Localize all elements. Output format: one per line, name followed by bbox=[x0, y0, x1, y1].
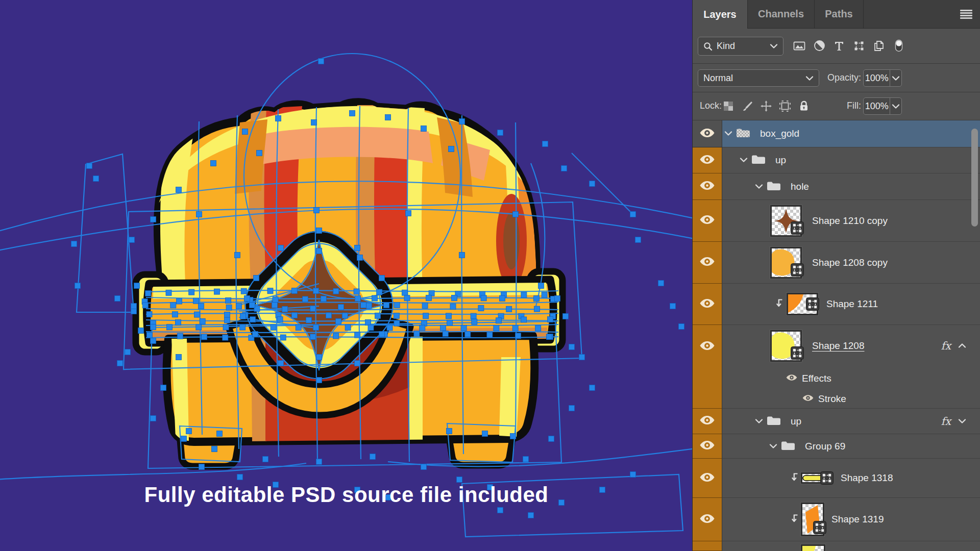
visibility-cell[interactable] bbox=[693, 284, 722, 325]
layer-row-shape-1208[interactable]: Shape 1208 fx bbox=[722, 325, 980, 367]
visibility-cell[interactable] bbox=[693, 120, 722, 147]
collapse-effects-chevron-icon[interactable] bbox=[958, 341, 966, 350]
expand-chevron-icon[interactable] bbox=[755, 182, 763, 191]
panel-tab-bar: Layers Channels Paths bbox=[693, 0, 980, 29]
group-folder-icon bbox=[751, 153, 766, 167]
layer-row-shape-1319[interactable]: Shape 1319 bbox=[722, 498, 980, 541]
eye-icon[interactable] bbox=[699, 256, 715, 269]
panel-scrollbar-thumb[interactable] bbox=[971, 129, 978, 227]
expand-chevron-icon[interactable] bbox=[755, 417, 763, 426]
visibility-cell[interactable] bbox=[693, 242, 722, 284]
layer-row-up-2[interactable]: up fx bbox=[722, 409, 980, 434]
layer-name: Shape 1211 bbox=[826, 298, 878, 310]
layer-name: up bbox=[775, 155, 786, 166]
layer-name: box_gold bbox=[760, 128, 799, 139]
group-folder-icon bbox=[780, 439, 796, 454]
layer-list: box_gold up hole Shape 1210 copy bbox=[693, 120, 980, 551]
shape-layer-badge-icon bbox=[791, 221, 804, 235]
lock-artboard-icon[interactable] bbox=[778, 99, 792, 113]
fill-label: Fill: bbox=[847, 101, 861, 111]
kind-filter-dropdown[interactable]: Kind bbox=[698, 37, 783, 56]
layer-name: Group 69 bbox=[805, 441, 845, 452]
visibility-cell bbox=[693, 541, 722, 551]
expand-effects-chevron-icon[interactable] bbox=[958, 417, 966, 426]
tab-paths[interactable]: Paths bbox=[815, 0, 864, 28]
tab-layers[interactable]: Layers bbox=[693, 0, 748, 29]
fill-value: 100% bbox=[864, 101, 890, 112]
shape-layer-badge-icon bbox=[813, 521, 826, 534]
filter-type-layers-icon[interactable] bbox=[832, 39, 846, 53]
tab-channels[interactable]: Channels bbox=[748, 0, 815, 28]
layer-row-up[interactable]: up bbox=[722, 147, 980, 173]
layer-row-shape-1210-copy[interactable]: Shape 1210 copy bbox=[722, 200, 980, 242]
shape-layer-badge-icon bbox=[820, 471, 834, 485]
filter-toggle-icon[interactable] bbox=[892, 39, 905, 53]
lock-position-icon[interactable] bbox=[760, 99, 773, 113]
chevron-down-icon bbox=[805, 76, 814, 81]
layer-row-partial[interactable] bbox=[722, 541, 980, 551]
visibility-cell[interactable] bbox=[693, 147, 722, 173]
fx-badge: fx bbox=[941, 340, 951, 352]
eye-icon[interactable] bbox=[699, 513, 715, 526]
layer-row-shape-1211[interactable]: Shape 1211 bbox=[722, 284, 980, 325]
visibility-cell[interactable] bbox=[693, 409, 722, 434]
layer-row-shape-1318[interactable]: Shape 1318 bbox=[722, 459, 980, 498]
filter-pixel-layers-icon[interactable] bbox=[793, 39, 806, 53]
layer-name: Shape 1208 copy bbox=[812, 257, 888, 268]
expand-chevron-icon[interactable] bbox=[724, 129, 732, 138]
visibility-cell[interactable] bbox=[693, 325, 722, 409]
eye-icon[interactable] bbox=[699, 180, 715, 193]
opacity-label: Opacity: bbox=[827, 72, 861, 83]
search-icon bbox=[703, 42, 713, 51]
layer-name: up bbox=[791, 416, 801, 427]
filter-adjustment-layers-icon[interactable] bbox=[813, 39, 826, 53]
opacity-field[interactable]: 100% bbox=[863, 69, 902, 87]
visibility-cell[interactable] bbox=[693, 459, 722, 498]
eye-icon[interactable] bbox=[699, 298, 715, 311]
document-canvas[interactable]: Fully editable PSD source file included bbox=[0, 0, 693, 551]
fill-field[interactable]: 100% bbox=[863, 97, 902, 115]
layer-row-box-gold[interactable]: box_gold bbox=[722, 120, 980, 147]
eye-icon[interactable] bbox=[699, 340, 715, 408]
opacity-value: 100% bbox=[864, 73, 890, 84]
layer-row-shape-1208-copy[interactable]: Shape 1208 copy bbox=[722, 242, 980, 284]
layer-name: Shape 1210 copy bbox=[812, 215, 888, 227]
layer-row-group-69[interactable]: Group 69 bbox=[722, 434, 980, 459]
eye-icon[interactable] bbox=[699, 472, 715, 485]
blend-row: Normal Opacity: 100% bbox=[693, 64, 980, 92]
fx-badge: fx bbox=[941, 415, 951, 428]
layer-name: Shape 1208 bbox=[812, 340, 865, 352]
eye-icon[interactable] bbox=[802, 394, 814, 404]
filter-smart-objects-icon[interactable] bbox=[872, 39, 886, 53]
expand-chevron-icon[interactable] bbox=[769, 442, 777, 451]
visibility-cell[interactable] bbox=[693, 200, 722, 242]
expand-chevron-icon[interactable] bbox=[740, 156, 748, 165]
chevron-down-icon bbox=[892, 104, 900, 109]
panel-menu-icon[interactable] bbox=[960, 10, 972, 19]
blend-mode-dropdown[interactable]: Normal bbox=[698, 69, 819, 87]
effects-row[interactable]: Effects bbox=[722, 367, 980, 390]
stroke-effect-row[interactable]: Stroke bbox=[722, 390, 980, 409]
caption-text: Fully editable PSD source file included bbox=[0, 483, 693, 507]
lock-transparency-icon[interactable] bbox=[722, 99, 735, 113]
screenshot-stage: Fully editable PSD source file included … bbox=[0, 0, 980, 551]
eye-icon[interactable] bbox=[699, 154, 715, 167]
shape-layer-badge-icon bbox=[791, 263, 804, 277]
eye-icon[interactable] bbox=[699, 214, 715, 227]
eye-icon[interactable] bbox=[699, 128, 715, 140]
layer-thumbnail[interactable] bbox=[801, 544, 825, 551]
layer-row-hole[interactable]: hole bbox=[722, 173, 980, 200]
filter-shape-layers-icon[interactable] bbox=[852, 39, 866, 53]
visibility-cell[interactable] bbox=[693, 434, 722, 459]
treasure-chest-artwork bbox=[0, 0, 693, 551]
layer-name: hole bbox=[791, 181, 809, 192]
lock-all-icon[interactable] bbox=[797, 99, 811, 113]
lock-pixels-icon[interactable] bbox=[741, 99, 754, 113]
eye-icon[interactable] bbox=[786, 373, 798, 384]
visibility-cell[interactable] bbox=[693, 498, 722, 541]
stroke-label: Stroke bbox=[818, 393, 846, 405]
eye-icon[interactable] bbox=[699, 440, 715, 453]
eye-icon[interactable] bbox=[699, 415, 715, 428]
visibility-cell[interactable] bbox=[693, 173, 722, 200]
layer-name: Shape 1319 bbox=[831, 514, 884, 525]
